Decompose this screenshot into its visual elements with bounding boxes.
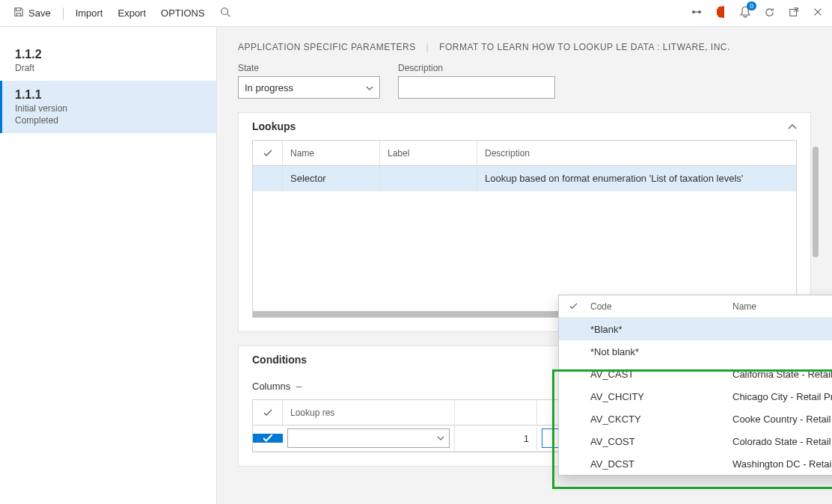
popup-row-avdcst[interactable]: AV_DCST Washington DC - Retail Prod [559,452,832,475]
sidebar-item-112[interactable]: 1.1.2 Draft [0,40,216,81]
popup-row-name: Colorado State - Retail Prod [732,436,832,447]
popup-header: Code Name [559,295,832,318]
sidebar-version: 1.1.1 [15,88,203,102]
line-column-header[interactable] [455,400,537,425]
sidebar-status-line2: Completed [15,115,203,126]
state-select[interactable]: In progress [238,76,380,99]
popup-row-name: Cooke Country - Retail Prod [732,414,832,425]
line-value: 1 [524,433,529,444]
save-icon [13,7,24,19]
breadcrumb-part1: APPLICATION SPECIFIC PARAMETERS [238,42,416,52]
description-label: Description [398,63,555,73]
notification-badge: 0 [747,1,756,10]
options-label: OPTIONS [161,7,205,19]
search-icon [220,7,230,19]
popup-row-avcost[interactable]: AV_COST Colorado State - Retail Prod [559,430,832,452]
lookups-grid: Name Label Description Selector Lookup b… [252,140,797,318]
lookup-result-column-header[interactable]: Lookup res [283,400,455,425]
popup-row-blank[interactable]: *Blank* [559,318,832,340]
breadcrumb: APPLICATION SPECIFIC PARAMETERS | FORMAT… [238,42,811,52]
row-name: Selector [283,166,380,191]
popup-row-code: AV_CKCTY [590,414,732,425]
name-column-header[interactable]: Name [283,141,380,165]
check-column-header[interactable] [253,400,283,425]
content-scrollbar[interactable] [813,147,819,257]
toolbar-separator [63,7,64,19]
check-column-header[interactable] [253,141,283,165]
row-description: Lookup based on format enumeration 'List… [477,166,796,191]
popup-code-header[interactable]: Code [590,301,732,312]
columns-button[interactable]: Columns – [252,381,302,392]
popup-row-notblank[interactable]: *Not blank* [559,340,832,363]
svg-point-2 [692,10,695,13]
save-label: Save [28,7,51,19]
popup-row-name: California State - Retail Prod [732,369,832,380]
popout-icon[interactable] [789,7,799,19]
notification-icon[interactable]: 0 [740,6,750,20]
description-column-header[interactable]: Description [477,141,796,165]
toolbar-right: 0 [691,6,825,20]
top-toolbar: Save Import Export OPTIONS 0 [0,0,832,27]
state-label: State [238,63,380,73]
description-field: Description [398,63,555,99]
save-button[interactable]: Save [7,4,57,22]
sidebar-status: Draft [15,63,203,73]
version-sidebar: 1.1.2 Draft 1.1.1 Initial version Comple… [0,27,217,504]
label-column-header[interactable]: Label [380,141,477,165]
popup-row-code: AV_CAST [590,369,732,380]
import-label: Import [76,7,103,19]
popup-name-header[interactable]: Name [732,301,832,312]
lookups-grid-header: Name Label Description [253,141,796,166]
lookups-row[interactable]: Selector Lookup based on format enumerat… [253,166,796,191]
close-icon[interactable] [813,7,823,19]
main-area: 1.1.2 Draft 1.1.1 Initial version Comple… [0,27,832,504]
columns-label: Columns [252,381,290,392]
export-label: Export [117,7,146,19]
export-button[interactable]: Export [111,4,152,22]
lookups-title: Lookups [252,120,296,132]
form-row: State In progress Description [238,63,811,99]
line-cell: 1 [455,428,537,449]
sidebar-status-line1: Initial version [15,103,203,114]
office-icon[interactable] [716,6,727,20]
chevron-down-icon [366,84,373,92]
svg-point-3 [698,10,701,13]
row-label [380,166,477,191]
popup-row-code: AV_DCST [590,458,732,470]
chevron-up-icon [788,120,797,132]
conditions-title: Conditions [252,354,307,366]
sidebar-item-111[interactable]: 1.1.1 Initial version Completed [0,81,216,133]
popup-row-avckcty[interactable]: AV_CKCTY Cooke Country - Retail Prod [559,408,832,430]
lookup-result-cell[interactable] [283,425,455,451]
popup-row-name: Washington DC - Retail Prod [732,458,832,470]
popup-row-code: AV_CHCITY [590,391,732,402]
popup-row-code: *Not blank* [590,346,732,357]
sidebar-version: 1.1.2 [15,48,203,61]
state-value: In progress [245,82,293,93]
popup-row-code: *Blank* [590,324,732,335]
lookup-result-dropdown[interactable] [287,428,450,448]
popup-row-avcast[interactable]: AV_CAST California State - Retail Prod [559,363,832,385]
popup-check-header[interactable] [569,301,590,312]
content-area: APPLICATION SPECIFIC PARAMETERS | FORMAT… [217,27,832,504]
breadcrumb-separator: | [426,42,429,52]
search-button[interactable] [214,4,236,22]
row-selected-check[interactable] [253,434,283,443]
refresh-icon[interactable] [764,7,775,20]
toolbar-left: Save Import Export OPTIONS [7,4,236,22]
popup-row-avchcity[interactable]: AV_CHCITY Chicago City - Retail Prod [559,385,832,408]
lookups-header[interactable]: Lookups [239,113,810,140]
state-field: State In progress [238,63,380,99]
popup-row-code: AV_COST [590,436,732,447]
connector-icon[interactable] [691,6,703,20]
import-button[interactable]: Import [70,4,109,22]
popup-row-name: Chicago City - Retail Prod [732,391,832,402]
grid-spacer [253,191,796,311]
breadcrumb-part2: FORMAT TO LEARN HOW TO LOOKUP LE DATA : … [439,42,730,52]
options-button[interactable]: OPTIONS [155,4,211,22]
description-input[interactable] [398,76,555,99]
svg-line-1 [227,14,230,17]
svg-point-0 [221,8,227,15]
row-check[interactable] [253,166,283,191]
code-lookup-popup: Code Name *Blank* *Not blank* AV_CAST Ca… [558,295,832,476]
